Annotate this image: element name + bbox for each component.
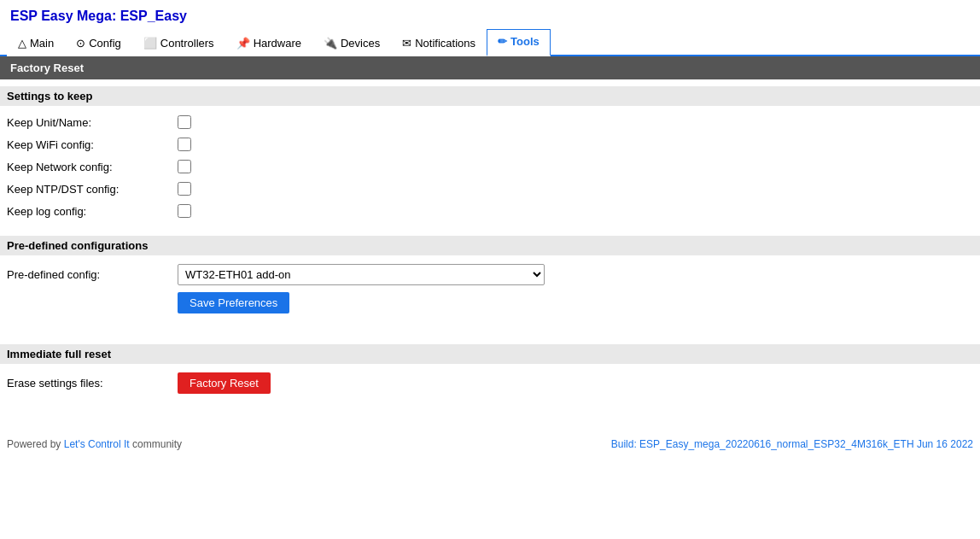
nav-label-main: Main	[30, 37, 54, 50]
keep-network-config-checkbox[interactable]	[178, 160, 191, 173]
settings-to-keep-heading: Settings to keep	[0, 86, 980, 106]
keep-unit-name-checkbox[interactable]	[178, 115, 191, 129]
content-area: Settings to keep Keep Unit/Name: Keep Wi…	[0, 79, 980, 404]
keep-wifi-config-label: Keep WiFi config:	[7, 138, 178, 151]
predefined-config-label: Pre-defined config:	[7, 268, 178, 281]
keep-unit-name-label: Keep Unit/Name:	[7, 116, 178, 129]
keep-network-config-label: Keep Network config:	[7, 161, 178, 173]
tools-icon: ✏	[498, 35, 507, 48]
footer-powered-by: Powered by Let's Control It community	[7, 438, 182, 450]
nav-label-tools: Tools	[510, 35, 540, 48]
lets-control-it-link[interactable]: Let's Control It	[64, 438, 130, 450]
main-icon: △	[18, 37, 26, 50]
nav-item-config[interactable]: ⊙ Config	[65, 31, 132, 56]
app-title: ESP Easy Mega: ESP_Easy	[0, 0, 980, 29]
notifications-icon: ✉	[402, 37, 411, 50]
immediate-reset-heading: Immediate full reset	[0, 344, 980, 364]
keep-log-config-row: Keep log config:	[0, 200, 980, 222]
nav-label-config: Config	[89, 37, 121, 50]
factory-reset-header: Factory Reset	[0, 56, 980, 79]
build-value: ESP_Easy_mega_20220616_normal_ESP32_4M31…	[639, 438, 973, 450]
nav-item-tools[interactable]: ✏ Tools	[487, 29, 551, 56]
erase-settings-label: Erase settings files:	[7, 377, 178, 390]
navbar: △ Main ⊙ Config ⬜ Controllers 📌 Hardware…	[0, 29, 980, 56]
predefined-configurations-heading: Pre-defined configurations	[0, 236, 980, 255]
predefined-config-row: Pre-defined config: WT32-ETH01 add-on De…	[0, 261, 980, 289]
save-preferences-button[interactable]: Save Preferences	[178, 292, 289, 313]
keep-ntp-dst-config-row: Keep NTP/DST config:	[0, 178, 980, 200]
hardware-icon: 📌	[236, 37, 250, 50]
controllers-icon: ⬜	[143, 37, 157, 50]
nav-item-hardware[interactable]: 📌 Hardware	[225, 31, 312, 56]
keep-ntp-dst-config-checkbox[interactable]	[178, 182, 191, 196]
footer-build: Build: ESP_Easy_mega_20220616_normal_ESP…	[611, 438, 973, 450]
predefined-config-select[interactable]: WT32-ETH01 add-on Default Custom	[178, 264, 545, 285]
erase-settings-row: Erase settings files: Factory Reset	[0, 369, 980, 397]
keep-log-config-checkbox[interactable]	[178, 204, 191, 218]
nav-item-devices[interactable]: 🔌 Devices	[312, 31, 391, 56]
keep-wifi-config-checkbox[interactable]	[178, 138, 191, 151]
nav-label-controllers: Controllers	[160, 37, 214, 50]
nav-label-notifications: Notifications	[415, 37, 475, 50]
keep-ntp-dst-config-label: Keep NTP/DST config:	[7, 183, 178, 196]
nav-item-notifications[interactable]: ✉ Notifications	[391, 31, 487, 56]
nav-label-hardware: Hardware	[254, 37, 301, 50]
keep-network-config-row: Keep Network config:	[0, 155, 980, 178]
nav-item-main[interactable]: △ Main	[7, 31, 65, 56]
save-preferences-row: Save Preferences	[0, 289, 980, 317]
factory-reset-button[interactable]: Factory Reset	[178, 372, 271, 394]
config-icon: ⊙	[76, 37, 85, 50]
nav-item-controllers[interactable]: ⬜ Controllers	[132, 31, 225, 56]
keep-wifi-config-row: Keep WiFi config:	[0, 133, 980, 155]
keep-log-config-label: Keep log config:	[7, 205, 178, 218]
nav-label-devices: Devices	[341, 37, 380, 50]
devices-icon: 🔌	[324, 37, 337, 50]
footer: Powered by Let's Control It community Bu…	[0, 430, 980, 459]
app-title-link[interactable]: ESP Easy Mega: ESP_Easy	[10, 9, 187, 23]
keep-unit-name-row: Keep Unit/Name:	[0, 111, 980, 133]
